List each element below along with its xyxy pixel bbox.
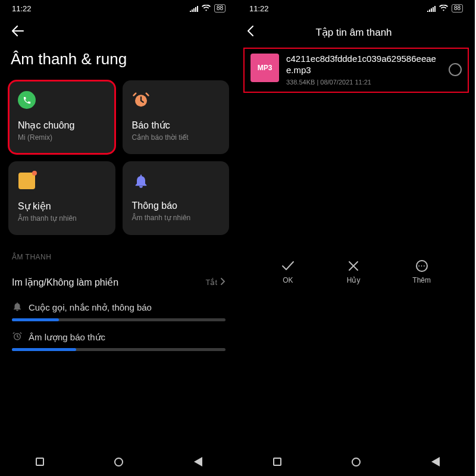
volume-slider-alarm[interactable] bbox=[12, 348, 226, 351]
tile-notification[interactable]: Thông báo Âm thanh tự nhiên bbox=[123, 161, 230, 235]
page-title: Tập tin âm thanh bbox=[242, 26, 465, 39]
more-icon: ⋯ bbox=[415, 259, 428, 273]
section-label-audio: ÂM THANH bbox=[0, 235, 237, 270]
status-time: 11:22 bbox=[249, 4, 269, 13]
home-button[interactable] bbox=[351, 456, 362, 467]
setting-label: Im lặng/Không làm phiền bbox=[12, 277, 118, 288]
status-bar: 11:22 88 bbox=[237, 0, 475, 17]
file-meta: 338.54KB | 08/07/2021 11:21 bbox=[286, 79, 441, 86]
action-label: Thêm bbox=[412, 276, 431, 284]
tile-subtitle: Âm thanh tự nhiên bbox=[18, 214, 106, 223]
calendar-event-icon bbox=[18, 172, 36, 190]
ok-button[interactable]: OK bbox=[281, 259, 295, 284]
volume-alarm: Âm lượng báo thức bbox=[0, 325, 237, 355]
bell-icon bbox=[132, 172, 150, 190]
cancel-button[interactable]: Hủy bbox=[347, 259, 361, 284]
battery-indicator: 88 bbox=[452, 4, 463, 12]
audio-file-row[interactable]: MP3 c4211ec8d3fddde1c039a629586eeaee.mp3… bbox=[243, 48, 469, 93]
status-bar: 11:22 88 bbox=[0, 0, 237, 17]
close-icon bbox=[347, 259, 360, 273]
volume-label: Cuộc gọi, nhắc nhở, thông báo bbox=[29, 302, 152, 313]
status-right: 88 bbox=[190, 4, 226, 13]
tile-subtitle: Âm thanh tự nhiên bbox=[132, 214, 220, 222]
bell-outline-icon bbox=[12, 301, 23, 314]
back-button[interactable] bbox=[193, 456, 203, 467]
recents-button[interactable] bbox=[272, 456, 283, 467]
alarm-outline-icon bbox=[12, 331, 23, 343]
action-label: OK bbox=[283, 276, 293, 284]
action-label: Hủy bbox=[347, 276, 361, 284]
tile-title: Báo thức bbox=[132, 120, 220, 131]
tile-events[interactable]: Sự kiện Âm thanh tự nhiên bbox=[8, 161, 115, 235]
page-title: Âm thanh & rung bbox=[0, 45, 237, 80]
signal-icon bbox=[427, 5, 436, 12]
android-navbar bbox=[237, 450, 475, 476]
volume-calls: Cuộc gọi, nhắc nhở, thông báo bbox=[0, 295, 237, 325]
android-navbar bbox=[0, 450, 237, 476]
bottom-action-bar: OK Hủy ⋯ Thêm bbox=[237, 253, 475, 289]
phone-screen-sound-settings: 11:22 88 Âm thanh & rung Nhạc chuông Mi … bbox=[0, 0, 237, 476]
mp3-badge-icon: MP3 bbox=[250, 54, 279, 82]
setting-dnd[interactable]: Im lặng/Không làm phiền Tắt bbox=[0, 270, 237, 295]
back-arrow-icon[interactable] bbox=[11, 25, 25, 40]
header bbox=[0, 17, 237, 45]
tile-ringtone[interactable]: Nhạc chuông Mi (Remix) bbox=[8, 80, 115, 154]
signal-icon bbox=[190, 5, 198, 12]
check-icon bbox=[281, 259, 295, 273]
phone-screen-file-picker: 11:22 88 Tập tin âm thanh MP3 c4211ec8d3… bbox=[237, 0, 475, 476]
home-button[interactable] bbox=[114, 456, 124, 467]
alarm-clock-icon bbox=[132, 91, 150, 109]
file-info: c4211ec8d3fddde1c039a629586eeaee.mp3 338… bbox=[286, 54, 441, 86]
tile-alarm[interactable]: Báo thức Cảnh báo thời tiết bbox=[123, 80, 230, 154]
wifi-icon bbox=[202, 4, 211, 13]
volume-slider-calls[interactable] bbox=[12, 318, 226, 321]
tile-title: Sự kiện bbox=[18, 201, 106, 212]
tile-title: Thông báo bbox=[132, 201, 220, 211]
back-button[interactable] bbox=[430, 456, 441, 467]
phone-icon bbox=[18, 91, 36, 109]
sound-tiles: Nhạc chuông Mi (Remix) Báo thức Cảnh báo… bbox=[0, 80, 237, 235]
wifi-icon bbox=[439, 4, 448, 13]
select-radio[interactable] bbox=[449, 63, 462, 76]
recents-button[interactable] bbox=[35, 456, 45, 467]
file-name: c4211ec8d3fddde1c039a629586eeaee.mp3 bbox=[286, 54, 441, 76]
more-button[interactable]: ⋯ Thêm bbox=[412, 259, 431, 284]
tile-title: Nhạc chuông bbox=[18, 120, 106, 131]
header: Tập tin âm thanh bbox=[237, 17, 475, 44]
chevron-right-icon bbox=[221, 278, 226, 287]
tile-subtitle: Cảnh báo thời tiết bbox=[132, 133, 220, 142]
setting-value: Tắt bbox=[205, 278, 226, 287]
status-right: 88 bbox=[427, 4, 463, 13]
status-time: 11:22 bbox=[12, 4, 32, 13]
volume-label: Âm lượng báo thức bbox=[29, 332, 105, 343]
battery-indicator: 88 bbox=[214, 4, 226, 12]
tile-subtitle: Mi (Remix) bbox=[18, 133, 106, 142]
